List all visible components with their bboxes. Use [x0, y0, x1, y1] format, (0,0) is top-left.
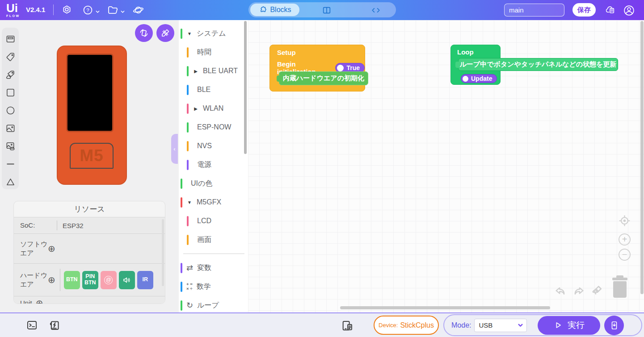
unit-row: Unit ⊕	[14, 296, 165, 304]
chevron-down-icon[interactable]	[120, 8, 125, 13]
device-sync-icon[interactable]	[341, 320, 354, 332]
collapse-triangle-icon[interactable]: ▼	[186, 200, 193, 205]
folder-icon[interactable]	[107, 4, 118, 16]
title-widget-icon[interactable]	[5, 34, 16, 44]
blockly-workspace[interactable]: Setup Begin initialization True 内蔵ハードウエア…	[248, 20, 644, 312]
toolbox-category[interactable]: ▼システム	[179, 24, 248, 43]
cloud-label-widget-icon[interactable]	[5, 70, 16, 80]
add-unit-button[interactable]: ⊕	[36, 298, 43, 304]
block-toolbox: ▼システム時間▶BLE UARTBLE▶WLANESP-NOWNVS電源UIの色…	[179, 20, 248, 312]
redo-icon[interactable]	[572, 285, 585, 298]
toolbox-category[interactable]: ESP-NOW	[179, 118, 248, 137]
puzzle-icon	[258, 6, 267, 14]
soc-row: SoC: ESP32	[14, 217, 165, 234]
toolbox-category[interactable]: 電源	[179, 155, 248, 174]
line-widget-icon[interactable]	[5, 159, 16, 169]
loop-hint-block[interactable]: ループ中でボタンやタッチパネルなどの状態を更新	[458, 58, 618, 71]
circle-widget-icon[interactable]	[5, 105, 16, 116]
help-icon[interactable]: ?	[82, 4, 93, 16]
horizontal-scrollbar[interactable]	[340, 306, 550, 309]
update-toggle[interactable]: Update	[461, 74, 497, 83]
tab-blocks[interactable]: Blocks	[250, 4, 299, 16]
device-value: StickCplus	[400, 321, 434, 329]
edit-design-button[interactable]	[156, 24, 174, 42]
undo-icon[interactable]	[554, 285, 567, 298]
project-name-input[interactable]	[504, 4, 564, 17]
device-screen[interactable]	[67, 55, 112, 131]
toolbox-category[interactable]: ⇄変数	[179, 258, 248, 277]
row-divider	[60, 269, 60, 291]
category-color-bar	[187, 85, 189, 95]
toolbox-category[interactable]: 画面	[179, 230, 248, 249]
expand-triangle-icon[interactable]: ▶	[193, 69, 199, 74]
loop-block-title: Loop	[457, 48, 500, 56]
toolbox-category[interactable]: + = × ÷数学	[179, 277, 248, 296]
terminal-icon[interactable]	[26, 319, 38, 331]
m5-button[interactable]: M5	[70, 143, 114, 169]
add-hardware-button[interactable]: ⊕	[48, 275, 55, 285]
toggle-dot-icon	[463, 76, 468, 82]
toolbox-scrollbar[interactable]	[244, 21, 247, 154]
clean-brush-icon[interactable]	[590, 284, 605, 298]
category-label: 電源	[197, 160, 211, 170]
category-color-bar	[181, 29, 182, 39]
panel-collapse-handle[interactable]: ‹	[171, 134, 178, 164]
device-indicator[interactable]: Device: StickCplus	[374, 316, 439, 335]
ir-badge[interactable]: IR	[137, 271, 153, 289]
toolbox-category-list: ▼システム時間▶BLE UARTBLE▶WLANESP-NOWNVS電源UIの色…	[179, 20, 248, 315]
download-to-device-button[interactable]	[604, 316, 624, 335]
pin-btn-badge[interactable]: PIN BTN	[82, 271, 98, 289]
software-label: ソフトウエア	[14, 240, 48, 258]
category-color-bar	[187, 66, 189, 76]
setup-hint-block[interactable]: 内蔵ハードウエアの初期化	[279, 71, 368, 85]
mode-select[interactable]: USB	[474, 319, 527, 332]
chevron-down-icon[interactable]	[95, 8, 100, 13]
rotate-device-button[interactable]	[135, 24, 153, 42]
flash-burn-icon[interactable]	[48, 319, 61, 332]
toolbox-category[interactable]: ▶WLAN	[179, 99, 248, 118]
toolbox-category[interactable]: BLE	[179, 80, 248, 99]
widget-toolbar	[2, 28, 19, 189]
zoom-in-icon[interactable]: +	[619, 233, 631, 245]
planet-icon[interactable]	[133, 4, 144, 16]
category-label: NVS	[197, 142, 212, 150]
zoom-out-icon[interactable]: −	[619, 249, 631, 261]
toolbox-category[interactable]: ▶BLE UART	[179, 62, 248, 80]
toolbox-category[interactable]: ↻ループ	[179, 296, 248, 315]
avatar-icon[interactable]	[623, 4, 635, 17]
resources-scrollbar[interactable]	[162, 219, 164, 286]
image-widget-icon[interactable]	[5, 123, 16, 133]
buzzer-badge[interactable]: @	[101, 271, 117, 289]
btn-badge[interactable]: BTN	[64, 271, 80, 289]
settings-icon[interactable]	[61, 4, 72, 16]
category-color-bar	[181, 197, 182, 208]
badge-label: IR	[143, 277, 148, 283]
toolbox-category[interactable]: LCD	[179, 212, 248, 230]
triangle-widget-icon[interactable]	[5, 177, 16, 187]
locate-icon[interactable]	[619, 215, 631, 227]
add-software-button[interactable]: ⊕	[48, 243, 55, 254]
device-preview: M5	[57, 46, 127, 185]
category-label: WLAN	[203, 104, 223, 112]
toolbox-category[interactable]: UIの色	[179, 174, 248, 193]
toolbox-category[interactable]: ▼M5GFX	[179, 193, 248, 212]
cloud-image-widget-icon[interactable]	[5, 141, 16, 151]
label-widget-icon[interactable]	[5, 52, 16, 62]
rectangle-widget-icon[interactable]	[5, 87, 16, 98]
collapse-triangle-icon[interactable]: ▼	[186, 31, 193, 36]
tab-code[interactable]	[371, 5, 381, 15]
category-color-bar	[187, 160, 189, 170]
toolbox-divider	[183, 254, 244, 254]
tab-split-view[interactable]	[322, 5, 332, 15]
cloud-file-icon[interactable]	[605, 4, 616, 16]
toolbox-category[interactable]: 時間	[179, 43, 248, 62]
toolbox-category[interactable]: NVS	[179, 137, 248, 155]
save-button[interactable]: 保存	[572, 3, 596, 17]
device-label: Device:	[379, 322, 398, 329]
vertical-scrollbar[interactable]	[640, 21, 644, 294]
run-button[interactable]: 実行	[538, 316, 600, 335]
expand-triangle-icon[interactable]: ▶	[193, 106, 199, 111]
category-color-bar	[187, 216, 189, 226]
speaker-badge[interactable]	[119, 271, 135, 289]
trash-icon[interactable]	[610, 274, 629, 298]
